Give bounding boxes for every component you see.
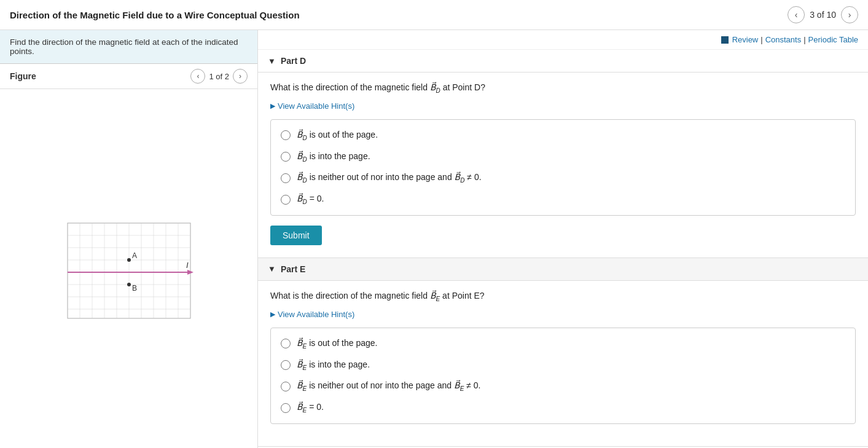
page-title: Direction of the Magnetic Field due to a… bbox=[10, 10, 300, 20]
part-e-options-box: B⃗E is out of the page. B⃗E is into the … bbox=[270, 328, 856, 424]
separator-1: | bbox=[760, 35, 762, 44]
header-nav: ‹ 3 of 10 › bbox=[788, 6, 858, 23]
right-panel: Review | Constants | Periodic Table ▼ Pa… bbox=[258, 30, 868, 448]
part-d-option-4-label[interactable]: B⃗D = 0. bbox=[297, 194, 324, 205]
part-e-question: What is the direction of the magnetic fi… bbox=[270, 291, 856, 302]
part-d-option-1: B⃗D is out of the page. bbox=[278, 125, 848, 146]
part-e-option-4-label[interactable]: B⃗E = 0. bbox=[297, 402, 324, 414]
part-d-radio-4[interactable] bbox=[281, 195, 291, 205]
part-e-radio-2[interactable] bbox=[281, 360, 291, 370]
page-count: 3 of 10 bbox=[810, 10, 836, 20]
part-d-radio-1[interactable] bbox=[281, 130, 291, 140]
prev-button[interactable]: ‹ bbox=[788, 6, 805, 23]
part-d-submit-button[interactable]: Submit bbox=[270, 226, 322, 245]
part-e-hint-link[interactable]: ▶ View Available Hint(s) bbox=[270, 310, 856, 319]
part-e-label: Part E bbox=[281, 264, 305, 274]
part-d-label: Part D bbox=[281, 56, 306, 66]
svg-point-22 bbox=[127, 283, 131, 286]
part-e-chevron-icon: ▼ bbox=[268, 264, 276, 273]
review-icon bbox=[721, 36, 729, 44]
part-d-option-3-label[interactable]: B⃗D is neither out of nor into the page … bbox=[297, 172, 482, 184]
separator-2: | bbox=[803, 35, 805, 44]
figure-prev-button[interactable]: ‹ bbox=[190, 69, 205, 84]
figure-title: Figure bbox=[10, 71, 36, 81]
header: Direction of the Magnetic Field due to a… bbox=[0, 0, 868, 30]
main-layout: Find the direction of the magnetic field… bbox=[0, 30, 868, 448]
part-d-section: ▼ Part D What is the direction of the ma… bbox=[258, 50, 868, 258]
part-e-option-2: B⃗E is into the page. bbox=[278, 355, 848, 376]
part-e-section: ▼ Part E What is the direction of the ma… bbox=[258, 258, 868, 447]
part-d-option-2-label[interactable]: B⃗D is into the page. bbox=[297, 151, 370, 163]
periodic-table-link[interactable]: Periodic Table bbox=[808, 35, 858, 44]
part-d-question: What is the direction of the magnetic fi… bbox=[270, 82, 856, 94]
figure-nav: ‹ 1 of 2 › bbox=[190, 69, 248, 84]
part-e-option-3: B⃗E is neither out of nor into the page … bbox=[278, 375, 848, 397]
svg-point-20 bbox=[127, 258, 131, 262]
top-links: Review | Constants | Periodic Table bbox=[258, 30, 868, 50]
part-e-content: What is the direction of the magnetic fi… bbox=[258, 281, 868, 446]
part-e-option-3-label[interactable]: B⃗E is neither out of nor into the page … bbox=[297, 380, 480, 392]
part-e-option-4: B⃗E = 0. bbox=[278, 397, 848, 419]
part-e-radio-3[interactable] bbox=[281, 382, 291, 391]
part-e-radio-4[interactable] bbox=[281, 403, 291, 413]
part-d-options-box: B⃗D is out of the page. B⃗D is into the … bbox=[270, 119, 856, 216]
svg-text:B: B bbox=[132, 284, 137, 293]
next-button[interactable]: › bbox=[841, 6, 858, 23]
part-d-option-2: B⃗D is into the page. bbox=[278, 146, 848, 168]
left-panel: Find the direction of the magnetic field… bbox=[0, 30, 258, 448]
part-d-content: What is the direction of the magnetic fi… bbox=[258, 73, 868, 257]
figure-next-button[interactable]: › bbox=[233, 69, 248, 84]
part-e-option-2-label[interactable]: B⃗E is into the page. bbox=[297, 360, 370, 371]
svg-text:I: I bbox=[186, 261, 189, 270]
part-e-option-1: B⃗E is out of the page. bbox=[278, 333, 848, 355]
part-d-chevron-icon: ▼ bbox=[268, 57, 276, 66]
part-d-header[interactable]: ▼ Part D bbox=[258, 50, 868, 73]
part-d-option-4: B⃗D = 0. bbox=[278, 189, 848, 210]
figure-header: Figure ‹ 1 of 2 › bbox=[0, 64, 257, 89]
part-d-radio-2[interactable] bbox=[281, 152, 291, 162]
part-d-hint-link[interactable]: ▶ View Available Hint(s) bbox=[270, 101, 856, 111]
part-e-radio-1[interactable] bbox=[281, 339, 291, 348]
part-e-option-1-label[interactable]: B⃗E is out of the page. bbox=[297, 338, 377, 350]
part-e-header[interactable]: ▼ Part E bbox=[258, 258, 868, 281]
part-e-hint-chevron-icon: ▶ bbox=[270, 310, 275, 318]
svg-text:A: A bbox=[132, 251, 137, 260]
figure-svg: I A B bbox=[65, 220, 194, 321]
part-d-option-1-label[interactable]: B⃗D is out of the page. bbox=[297, 130, 378, 141]
part-d-radio-3[interactable] bbox=[281, 173, 291, 183]
figure-area: I A B bbox=[0, 89, 257, 448]
problem-description: Find the direction of the magnetic field… bbox=[0, 30, 257, 64]
part-d-hint-chevron-icon: ▶ bbox=[270, 102, 275, 110]
part-d-option-3: B⃗D is neither out of nor into the page … bbox=[278, 167, 848, 189]
figure-count: 1 of 2 bbox=[209, 72, 229, 81]
constants-link[interactable]: Constants bbox=[765, 35, 802, 44]
review-link[interactable]: Review bbox=[732, 35, 759, 44]
